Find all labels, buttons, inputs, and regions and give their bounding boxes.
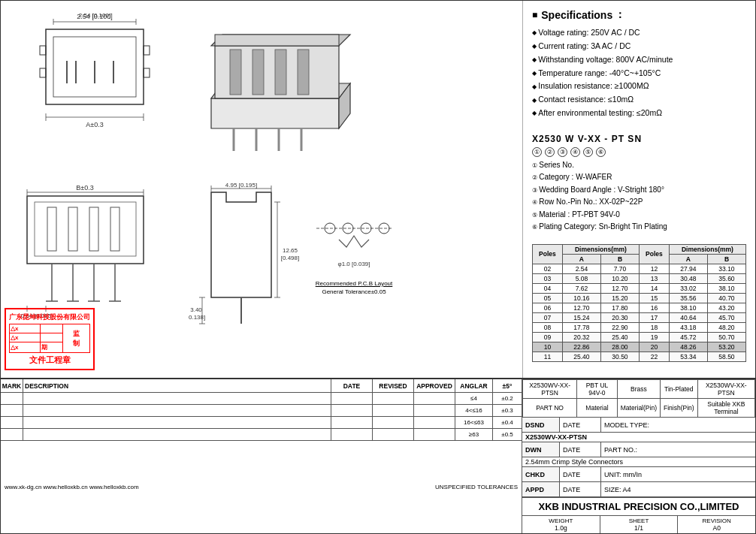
spec-item-3: Withstanding voltage: 800V AC/minute: [532, 53, 746, 67]
dim-poles2: 22: [639, 351, 669, 361]
svg-rect-9: [40, 46, 46, 55]
appd-date: DATE: [560, 482, 601, 496]
specs-panel: Specifications ： Voltage rating: 250V AC…: [522, 1, 755, 378]
content-area: 2.54 [0.100]: [1, 1, 755, 378]
chkd-row: CHKD DATE UNIT: mm/In: [522, 467, 755, 482]
svg-rect-40: [110, 207, 119, 251]
chkd-date: DATE: [560, 467, 601, 481]
main-container: 2.54 [0.100]: [0, 0, 756, 534]
svg-text:3.40: 3.40: [190, 306, 202, 313]
pcb-dia-label: φ1.0 [0.039]: [338, 261, 370, 267]
mat-label-material: Material: [577, 399, 618, 418]
title-block-left: MARK DESCRIPTION DATE REVISED APPROVED A…: [1, 379, 522, 533]
dim-poles2: 14: [639, 283, 669, 293]
part-item-5: Material : PT-PBT 94V-0: [532, 209, 746, 222]
revision-label: REVISION: [703, 517, 731, 524]
dim-b1: 15.20: [600, 293, 639, 303]
approved-label: APPROVED: [414, 379, 455, 392]
revised-label: REVISED: [373, 379, 414, 392]
part-items-list: Series No. Category : W-WAFER Wedding Bo…: [532, 159, 746, 234]
svg-rect-26: [215, 35, 339, 46]
dim-b2: 58.50: [707, 351, 745, 361]
dim-b2: 45.70: [707, 312, 745, 322]
model-type-value: X2530WV-XX-PTSN: [522, 433, 755, 442]
profile-view-svg: 4.95 [0.195] 12.65 [0.498]: [189, 181, 301, 361]
mat-label-material-pin: Material(Pin): [617, 399, 660, 418]
dim-poles1: 11: [533, 351, 563, 361]
stamp-text: 文件工程章: [9, 354, 90, 366]
dim-b1: 17.80: [600, 303, 639, 312]
website-label: www.xk-dg.cn www.helloxkb.cn www.helloxk…: [5, 484, 139, 490]
revision-value: A0: [712, 524, 720, 532]
stamp-company: 广东昆坤科技股份有限公司: [9, 312, 90, 322]
dim-b2: 33.10: [707, 264, 745, 273]
drawing-area: 2.54 [0.100]: [1, 1, 522, 378]
dwn-date: DATE: [560, 442, 601, 457]
svg-marker-57: [211, 192, 271, 297]
date-label: DATE: [331, 379, 373, 392]
dim-a1: 10.16: [562, 293, 600, 303]
part-item-4: Row No.-Pin No.: XX-02P~22P: [532, 196, 746, 209]
size-label: SIZE: A4: [601, 482, 755, 496]
mat-label-suitable: Suitable XKB Terminal: [697, 399, 754, 418]
svg-rect-23: [253, 50, 264, 95]
dim-a1: 20.32: [562, 332, 600, 342]
material-table: X2530WV-XX-PTSN PBT UL 94V-0 Brass Tin-P…: [522, 379, 755, 418]
sheet-cell: SHEET 1/1: [600, 516, 679, 533]
unspecified-tol: UNSPECIFIED TOLERANCES: [435, 484, 518, 490]
svg-text:2.54 [0.100]: 2.54 [0.100]: [79, 12, 110, 19]
company-stamp: 广东昆坤科技股份有限公司 △x 监制 △x △x 期: [5, 308, 95, 370]
dim-a2: 43.18: [669, 322, 707, 332]
sheet-label: SHEET: [629, 517, 649, 524]
specs-list: Voltage rating: 250V AC / DC Current rat…: [532, 26, 746, 120]
dim-a2: 40.64: [669, 312, 707, 322]
dim-poles2: 18: [639, 322, 669, 332]
company-name: XKB INDUSTRIAL PRECISION CO.,LIMITED: [522, 497, 755, 515]
mat-material: PBT UL 94V-0: [577, 380, 618, 399]
dim-poles2: 12: [639, 264, 669, 273]
dim-a2: 27.94: [669, 264, 707, 273]
circle-numbers: ① ② ③ ④ ⑤ ⑥: [532, 147, 746, 157]
svg-rect-22: [230, 50, 241, 95]
appd-label: APPD: [522, 482, 560, 496]
part-item-3: Wedding Board Angle : V-Stright 180°: [532, 184, 746, 197]
pcb-layout-label: Recommended P.C.B Layout: [309, 280, 399, 287]
dim-b2: 53.20: [707, 342, 745, 351]
svg-rect-25: [298, 50, 309, 95]
part-number-code: X2530 W V-XX - PT SN: [532, 134, 746, 144]
mark-label: MARK: [1, 379, 23, 392]
dim-poles1: 06: [533, 303, 563, 312]
dim-a1: 25.40: [562, 351, 600, 361]
dim-poles1: 03: [533, 273, 563, 283]
mat-suitable: X2530WV-XX-PTSN: [697, 380, 754, 399]
dim-a2: 45.72: [669, 332, 707, 342]
dim-poles2: 16: [639, 303, 669, 312]
weight-label: WEIGHT: [549, 517, 573, 524]
dsnd-row: DSND DATE MODEL TYPE:: [522, 418, 755, 433]
dim-a1: 12.70: [562, 303, 600, 312]
dim-poles1: 10: [533, 342, 563, 351]
angular-label: ANGLAR: [455, 379, 493, 392]
svg-rect-11: [144, 46, 150, 55]
profile-view-drawing: 4.95 [0.195] 12.65 [0.498]: [189, 181, 301, 361]
dim-a2: 30.48: [669, 273, 707, 283]
dim-poles2: 13: [639, 273, 669, 283]
appd-row: APPD DATE SIZE: A4: [522, 482, 755, 497]
dim-a2: 53.34: [669, 351, 707, 361]
mat-material-pin: Brass: [617, 380, 660, 399]
spec-item-6: Contact resistance: ≤10mΩ: [532, 93, 746, 107]
dim-b2: 38.10: [707, 283, 745, 293]
dim-col-a2: A: [669, 254, 707, 264]
final-row: WEIGHT 1.0g SHEET 1/1 REVISION A0: [522, 515, 755, 533]
svg-rect-39: [89, 207, 98, 251]
dwn-row: DWN DATE PART NO.:: [522, 442, 755, 457]
front-view-drawing: 2.54 [0.100]: [8, 8, 181, 173]
dim-b2: 35.60: [707, 273, 745, 283]
dim-header-dim2: Dimensions(mm): [669, 244, 745, 254]
dim-poles2: 19: [639, 332, 669, 342]
spec-item-4: Temperature range: -40°C~+105°C: [532, 67, 746, 80]
dim-a1: 5.08: [562, 273, 600, 283]
dim-col-a1: A: [562, 254, 600, 264]
dim-poles2: 15: [639, 293, 669, 303]
dim-poles1: 08: [533, 322, 563, 332]
